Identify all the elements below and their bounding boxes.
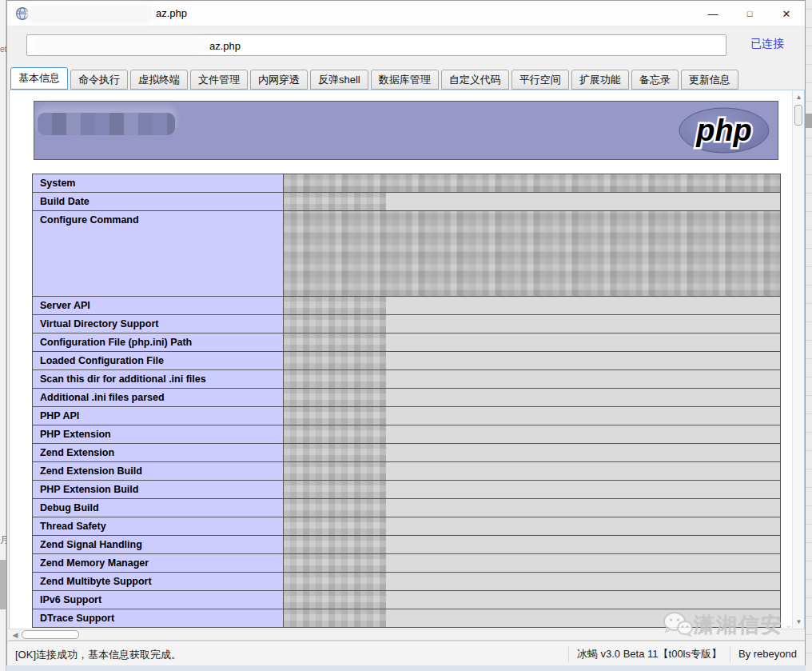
row-value-censored: [284, 573, 781, 591]
row-label: PHP Extension: [33, 425, 284, 444]
maximize-button[interactable]: □: [731, 1, 768, 26]
tab-9[interactable]: 扩展功能: [571, 70, 629, 90]
window-title: az.php: [156, 7, 187, 19]
row-value-censored: [284, 193, 781, 211]
table-row: Zend Extension Build: [33, 462, 781, 481]
phpinfo-table: SystemBuild DateConfigure CommandServer …: [32, 174, 781, 628]
row-value-censored: [284, 517, 781, 536]
table-row: Zend Signal Handling: [33, 536, 781, 554]
tab-bar: 基本信息命令执行虚拟终端文件管理内网穿透反弹shell数据库管理自定义代码平行空…: [7, 65, 805, 90]
censored-title-blur: [28, 5, 153, 22]
table-row: Virtual Directory Support: [33, 315, 781, 334]
close-button[interactable]: ✕: [768, 1, 805, 26]
svg-text:php: php: [695, 114, 752, 147]
table-row: PHP API: [33, 407, 781, 425]
row-value-censored: [284, 211, 781, 297]
row-label: Additional .ini files parsed: [33, 389, 284, 407]
horizontal-scrollbar[interactable]: ◀: [9, 629, 805, 641]
minimize-button[interactable]: —: [695, 1, 731, 26]
url-text: az.php: [209, 40, 241, 52]
url-input[interactable]: az.php: [26, 34, 726, 56]
row-label: Configure Command: [33, 211, 284, 297]
window-controls: — □ ✕: [695, 1, 805, 26]
tab-5[interactable]: 反弹shell: [310, 70, 368, 90]
table-row: Build Date: [33, 193, 781, 211]
row-value-censored: [284, 462, 781, 481]
row-label: Configuration File (php.ini) Path: [33, 334, 284, 352]
row-label: Thread Safety: [33, 517, 284, 536]
row-value-censored: [284, 174, 781, 193]
tab-8[interactable]: 平行空间: [511, 70, 569, 90]
tab-1[interactable]: 命令执行: [70, 70, 128, 90]
row-value-censored: [284, 297, 781, 315]
vertical-scroll-thumb[interactable]: [794, 105, 802, 126]
php-logo: php: [677, 106, 771, 155]
row-value-censored: [284, 315, 781, 334]
behinder-window: az.php — □ ✕ az.php 已连接 基本信息命令执行虚拟终端文件管理…: [6, 0, 806, 665]
row-value-censored: [284, 389, 781, 407]
author-label: By rebeyond: [730, 646, 805, 662]
scroll-down-arrow[interactable]: ▼: [793, 617, 805, 628]
table-row: Thread Safety: [33, 517, 781, 536]
tab-7[interactable]: 自定义代码: [441, 70, 509, 90]
scroll-up-arrow[interactable]: ▲: [793, 92, 805, 103]
tab-10[interactable]: 备忘录: [631, 70, 679, 90]
table-row: IPv6 Support: [33, 591, 781, 609]
row-value-censored: [284, 591, 781, 609]
tab-2[interactable]: 虚拟终端: [130, 70, 188, 90]
row-label: Zend Multibyte Support: [33, 573, 284, 591]
table-row: PHP Extension Build: [33, 481, 781, 499]
title-bar[interactable]: az.php — □ ✕: [7, 1, 805, 26]
censored-php-version-blur: [38, 113, 175, 135]
connected-status-label[interactable]: 已连接: [750, 37, 784, 51]
background-block: [0, 560, 6, 609]
scroll-left-arrow[interactable]: ◀: [10, 629, 20, 641]
row-label: DTrace Support: [33, 609, 284, 628]
row-value-censored: [284, 499, 781, 517]
table-row: Server API: [33, 297, 781, 315]
row-label: Loaded Configuration File: [33, 352, 284, 370]
status-right: 冰蝎 v3.0 Beta 11【t00ls专版】 By rebeyond: [568, 641, 805, 666]
row-label: Zend Extension: [33, 444, 284, 462]
row-value-censored: [284, 352, 781, 370]
status-message: [OK]连接成功，基本信息获取完成。: [15, 648, 181, 662]
basic-info-panel: php SystemBuild DateConfigure CommandSer…: [9, 90, 805, 629]
background-window-left: et 月: [0, 0, 6, 671]
table-row: System: [33, 174, 781, 193]
row-value-censored: [284, 407, 781, 425]
row-value-censored: [284, 481, 781, 499]
row-label: Virtual Directory Support: [33, 315, 284, 334]
row-label: PHP API: [33, 407, 284, 425]
tab-6[interactable]: 数据库管理: [371, 70, 439, 90]
table-row: Zend Multibyte Support: [33, 573, 781, 591]
row-label: IPv6 Support: [33, 591, 284, 609]
table-row: Loaded Configuration File: [33, 352, 781, 370]
row-label: Scan this dir for additional .ini files: [33, 370, 284, 389]
vertical-scrollbar[interactable]: ▲ ▼: [792, 90, 804, 629]
status-bar: [OK]连接成功，基本信息获取完成。 冰蝎 v3.0 Beta 11【t00ls…: [7, 641, 805, 665]
app-version-label: 冰蝎 v3.0 Beta 11【t00ls专版】: [568, 646, 730, 662]
tab-11[interactable]: 更新信息: [681, 70, 738, 90]
tab-4[interactable]: 内网穿透: [250, 70, 308, 90]
row-value-censored: [284, 425, 781, 444]
tab-0[interactable]: 基本信息: [10, 67, 68, 90]
table-row: Configuration File (php.ini) Path: [33, 334, 781, 352]
row-label: System: [33, 174, 284, 193]
row-label: Zend Extension Build: [33, 462, 284, 481]
tab-3[interactable]: 文件管理: [190, 70, 248, 90]
row-label: Build Date: [33, 193, 284, 211]
row-value-censored: [284, 609, 781, 628]
table-row: DTrace Support: [33, 609, 781, 628]
censored-url-blur: [34, 37, 206, 54]
row-value-censored: [284, 334, 781, 352]
row-label: Zend Signal Handling: [33, 536, 284, 554]
row-value-censored: [284, 444, 781, 462]
connection-toolbar: az.php 已连接: [7, 26, 805, 65]
background-window-right: [806, 0, 812, 671]
row-value-censored: [284, 536, 781, 554]
row-value-censored: [284, 370, 781, 389]
horizontal-scroll-thumb[interactable]: [22, 630, 79, 639]
row-label: Server API: [33, 297, 284, 315]
table-row: Additional .ini files parsed: [33, 389, 781, 407]
table-row: Debug Build: [33, 499, 781, 517]
